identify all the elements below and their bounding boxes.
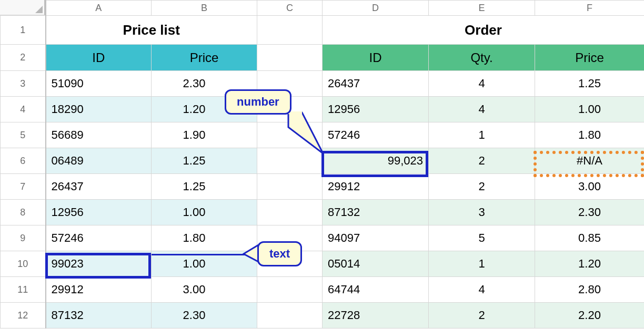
row-header[interactable]: 8 bbox=[1, 200, 46, 225]
cell[interactable] bbox=[257, 200, 323, 225]
callout-text-connector bbox=[152, 254, 257, 255]
cell-order-id[interactable]: 99,023 bbox=[323, 148, 429, 174]
header-id[interactable]: ID bbox=[46, 45, 152, 71]
cell-order-qty[interactable]: 4 bbox=[429, 277, 535, 303]
cell-order-price[interactable]: 1.00 bbox=[535, 97, 645, 122]
cell-price-list-price[interactable]: 1.00 bbox=[152, 200, 257, 225]
callout-number-tail bbox=[286, 111, 327, 156]
cell-order-price[interactable]: 1.80 bbox=[535, 122, 645, 148]
cell-order-qty[interactable]: 2 bbox=[429, 148, 535, 174]
cell[interactable] bbox=[257, 16, 323, 45]
row-header[interactable]: 5 bbox=[1, 122, 46, 148]
header-price2[interactable]: Price bbox=[535, 45, 645, 71]
column-header-row: A B C D E F bbox=[1, 1, 645, 16]
cell-price-list-price[interactable]: 3.00 bbox=[152, 277, 257, 303]
cell-price-list-id[interactable]: 87132 bbox=[46, 303, 152, 328]
row-header[interactable]: 1 bbox=[1, 16, 46, 45]
cell-order-price[interactable]: 2.20 bbox=[535, 303, 645, 328]
cell-price-list-id[interactable]: 18290 bbox=[46, 97, 152, 122]
cell-order-qty[interactable]: 5 bbox=[429, 225, 535, 251]
cell-price-list-price[interactable]: 2.30 bbox=[152, 303, 257, 328]
cell-order-price[interactable]: 1.25 bbox=[535, 71, 645, 97]
col-header-F[interactable]: F bbox=[535, 1, 645, 16]
cell[interactable] bbox=[257, 303, 323, 328]
header-qty[interactable]: Qty. bbox=[429, 45, 535, 71]
cell-price-list-id[interactable]: 57246 bbox=[46, 225, 152, 251]
cell-order-qty[interactable]: 1 bbox=[429, 251, 535, 277]
title-price-list[interactable]: Price list bbox=[46, 16, 257, 45]
cell-order-price[interactable]: 1.20 bbox=[535, 251, 645, 277]
cell-order-id[interactable]: 87132 bbox=[323, 200, 429, 225]
row-header[interactable]: 9 bbox=[1, 225, 46, 251]
row-header[interactable]: 11 bbox=[1, 277, 46, 303]
cell-order-id[interactable]: 57246 bbox=[323, 122, 429, 148]
spreadsheet-viewport: A B C D E F 1Price listOrder2IDPriceIDQt… bbox=[0, 0, 644, 329]
cell-price-list-price[interactable]: 1.80 bbox=[152, 225, 257, 251]
cell-order-id[interactable]: 05014 bbox=[323, 251, 429, 277]
row-header[interactable]: 12 bbox=[1, 303, 46, 328]
col-header-D[interactable]: D bbox=[323, 1, 429, 16]
row-header[interactable]: 2 bbox=[1, 45, 46, 71]
cell-order-price[interactable]: 0.85 bbox=[535, 225, 645, 251]
header-id2[interactable]: ID bbox=[323, 45, 429, 71]
cell-order-price[interactable]: 2.30 bbox=[535, 200, 645, 225]
row-header[interactable]: 6 bbox=[1, 148, 46, 174]
col-header-C[interactable]: C bbox=[257, 1, 323, 16]
spreadsheet-grid: A B C D E F 1Price listOrder2IDPriceIDQt… bbox=[0, 0, 644, 328]
cell-price-list-id[interactable]: 26437 bbox=[46, 174, 152, 200]
cell-price-list-id[interactable]: 12956 bbox=[46, 200, 152, 225]
cell[interactable] bbox=[257, 174, 323, 200]
row-header[interactable]: 3 bbox=[1, 71, 46, 97]
cell[interactable] bbox=[257, 45, 323, 71]
cell-order-price[interactable]: 2.80 bbox=[535, 277, 645, 303]
callout-number: number bbox=[225, 89, 291, 115]
col-header-A[interactable]: A bbox=[46, 1, 152, 16]
cell-order-id[interactable]: 64744 bbox=[323, 277, 429, 303]
cell-order-id[interactable]: 22728 bbox=[323, 303, 429, 328]
cell-order-qty[interactable]: 2 bbox=[429, 174, 535, 200]
row-header[interactable]: 7 bbox=[1, 174, 46, 200]
col-header-E[interactable]: E bbox=[429, 1, 535, 16]
cell-price-list-id[interactable]: 06489 bbox=[46, 148, 152, 174]
cell-order-id[interactable]: 26437 bbox=[323, 71, 429, 97]
cell-price-list-price[interactable]: 1.25 bbox=[152, 148, 257, 174]
header-price[interactable]: Price bbox=[152, 45, 257, 71]
cell-order-id[interactable]: 29912 bbox=[323, 174, 429, 200]
cell-order-qty[interactable]: 1 bbox=[429, 122, 535, 148]
cell-order-qty[interactable]: 2 bbox=[429, 303, 535, 328]
select-all-corner[interactable] bbox=[0, 0, 45, 15]
row-header[interactable]: 4 bbox=[1, 97, 46, 122]
cell-order-qty[interactable]: 3 bbox=[429, 200, 535, 225]
cell-price-list-price[interactable]: 1.25 bbox=[152, 174, 257, 200]
cell-price-list-id[interactable]: 56689 bbox=[46, 122, 152, 148]
cell[interactable] bbox=[257, 277, 323, 303]
cell-price-list-id[interactable]: 99023 bbox=[46, 251, 152, 277]
cell-order-id[interactable]: 94097 bbox=[323, 225, 429, 251]
cell-order-price[interactable]: #N/A bbox=[535, 148, 645, 174]
callout-text: text bbox=[257, 241, 302, 266]
cell-order-qty[interactable]: 4 bbox=[429, 97, 535, 122]
cell-price-list-price[interactable]: 1.90 bbox=[152, 122, 257, 148]
cell-order-qty[interactable]: 4 bbox=[429, 71, 535, 97]
title-order[interactable]: Order bbox=[323, 16, 645, 45]
cell-order-price[interactable]: 3.00 bbox=[535, 174, 645, 200]
cell-price-list-id[interactable]: 51090 bbox=[46, 71, 152, 97]
cell-order-id[interactable]: 12956 bbox=[323, 97, 429, 122]
cell-price-list-id[interactable]: 29912 bbox=[46, 277, 152, 303]
row-header[interactable]: 10 bbox=[1, 251, 46, 277]
col-header-B[interactable]: B bbox=[152, 1, 257, 16]
